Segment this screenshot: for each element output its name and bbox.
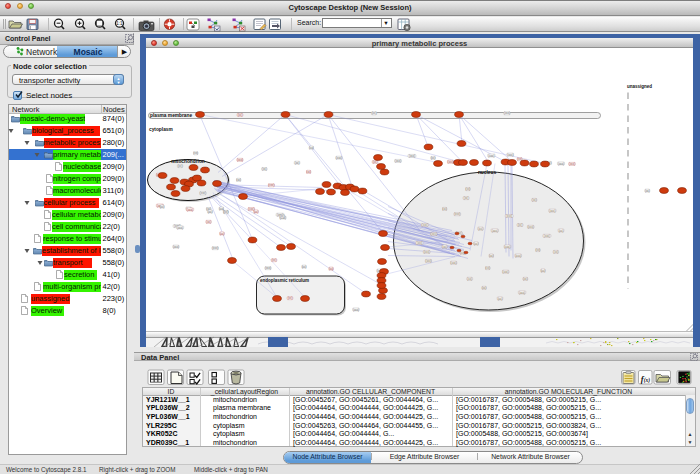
svg-text:endoplasmic reticulum: endoplasmic reticulum (260, 278, 309, 283)
svg-text:(xxx): (xxx) (425, 259, 431, 263)
svg-text:(xx): (xx) (489, 253, 494, 257)
svg-text:(xxx): (xxx) (488, 153, 494, 157)
svg-text:unassigned: unassigned (627, 84, 652, 89)
svg-text:(xxx): (xxx) (395, 159, 401, 163)
svg-text:(xxx): (xxx) (544, 233, 550, 237)
svg-text:(xx): (xx) (295, 160, 300, 164)
svg-text:(xx): (xx) (485, 266, 490, 270)
svg-text:(xxx): (xxx) (409, 154, 415, 158)
svg-text:(xx): (xx) (238, 113, 243, 117)
svg-text:(xx): (xx) (193, 151, 198, 155)
svg-text:(xxx): (xxx) (503, 269, 509, 273)
svg-text:(xxx): (xxx) (177, 225, 183, 229)
svg-text:(xx): (xx) (208, 209, 213, 213)
svg-text:(xxx): (xxx) (549, 208, 555, 212)
svg-text:(xx): (xx) (536, 248, 541, 252)
svg-text:(xxx): (xxx) (528, 224, 534, 228)
svg-text:(xxx): (xxx) (424, 250, 430, 254)
svg-text:(xxx): (xxx) (237, 157, 243, 161)
svg-text:(xx): (xx) (523, 276, 528, 280)
svg-text:(xx): (xx) (220, 231, 225, 235)
svg-text:(xx): (xx) (160, 204, 165, 208)
svg-text:(xxx): (xxx) (265, 266, 271, 270)
svg-text:(xx): (xx) (236, 177, 241, 181)
svg-text:(xx): (xx) (178, 164, 183, 168)
svg-text:(xx): (xx) (467, 276, 472, 280)
svg-text:(xx): (xx) (518, 223, 523, 227)
svg-text:(xx): (xx) (302, 264, 307, 268)
svg-text:(xx): (xx) (262, 167, 267, 171)
svg-text:(xx): (xx) (306, 169, 311, 173)
svg-text:nucleus: nucleus (478, 170, 496, 175)
svg-text:(xx): (xx) (464, 196, 469, 200)
svg-text:(xx): (xx) (474, 241, 479, 245)
svg-text:(xx): (xx) (645, 188, 650, 192)
svg-text:(xx): (xx) (554, 250, 559, 254)
svg-text:1:1: 1:1 (116, 21, 123, 26)
svg-text:(xxx): (xxx) (336, 155, 342, 159)
svg-text:(xxx): (xxx) (519, 290, 525, 294)
svg-text:(xxx): (xxx) (268, 183, 274, 187)
svg-text:(xx): (xx) (442, 244, 447, 248)
svg-text:(xx): (xx) (498, 296, 503, 300)
svg-text:(xx): (xx) (442, 207, 447, 211)
svg-text:(xxx): (xxx) (200, 191, 206, 195)
svg-text:(xx): (xx) (478, 226, 483, 230)
svg-text:(xxx): (xxx) (569, 162, 575, 166)
svg-text:(xx): (xx) (532, 198, 537, 202)
svg-text:(xxx): (xxx) (353, 307, 359, 311)
svg-text:(xx): (xx) (254, 209, 259, 213)
svg-text:(xxx): (xxx) (492, 228, 498, 232)
svg-text:(xxx): (xxx) (451, 260, 457, 264)
svg-text:(xx): (xx) (482, 285, 487, 289)
svg-text:(xx): (xx) (272, 258, 277, 262)
svg-text:(xxx): (xxx) (422, 223, 428, 227)
svg-text:(xx): (xx) (309, 145, 314, 149)
svg-text:(xxx): (xxx) (506, 214, 512, 218)
svg-text:(xxx): (xxx) (454, 212, 460, 216)
svg-text:(xxx): (xxx) (173, 244, 179, 248)
svg-text:(xx): (xx) (559, 228, 564, 232)
svg-text:(xxx): (xxx) (187, 207, 193, 211)
svg-text:(xxx): (xxx) (504, 244, 510, 248)
svg-text:(xx): (xx) (206, 219, 211, 223)
svg-text:(xx): (xx) (466, 187, 471, 191)
svg-text:(xx): (xx) (541, 268, 546, 272)
svg-text:plasma membrane: plasma membrane (150, 113, 192, 118)
svg-text:(xxx): (xxx) (507, 152, 513, 156)
svg-text:(xx): (xx) (288, 296, 293, 300)
svg-text:(xxx): (xxx) (558, 161, 564, 165)
svg-text:(xx): (xx) (431, 156, 436, 160)
svg-text:(xxx): (xxx) (416, 241, 422, 245)
svg-text:(xx): (xx) (329, 266, 334, 270)
svg-text:(xxx): (xxx) (515, 253, 521, 257)
svg-text:(xx): (xx) (280, 214, 285, 218)
svg-text:(xxx): (xxx) (447, 159, 453, 163)
svg-text:(xx): (xx) (372, 111, 377, 115)
svg-text:(xxx): (xxx) (212, 246, 218, 250)
svg-text:(xxx): (xxx) (431, 232, 437, 236)
svg-text:(xxx): (xxx) (504, 111, 510, 115)
svg-text:(xx): (xx) (224, 210, 229, 214)
svg-text:mitochondrion: mitochondrion (171, 159, 205, 164)
svg-text:cytoplasm: cytoplasm (149, 127, 173, 132)
